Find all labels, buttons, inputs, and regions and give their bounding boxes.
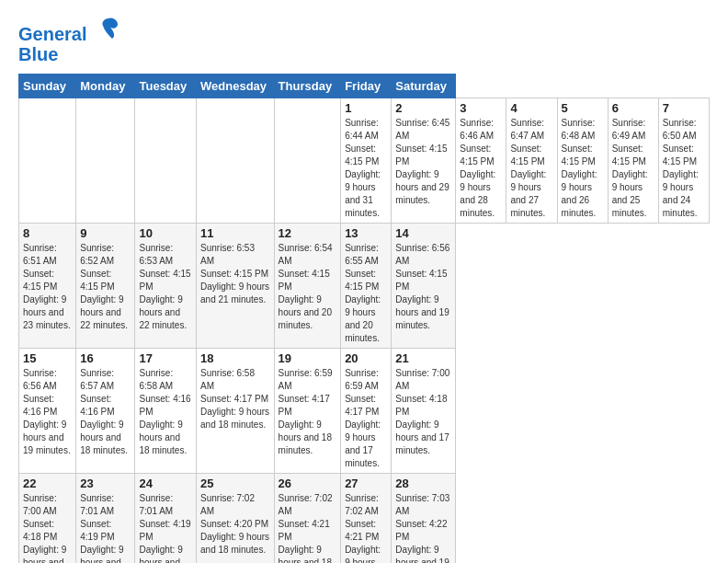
day-number: 25 — [200, 477, 270, 490]
calendar-day-10: 10 Sunrise: 6:53 AMSunset: 4:15 PMDaylig… — [135, 224, 197, 349]
header-day-thursday: Thursday — [274, 75, 341, 98]
calendar-week-4: 22 Sunrise: 7:00 AMSunset: 4:18 PMDaylig… — [19, 474, 710, 564]
calendar-empty-cell — [135, 98, 197, 224]
day-number: 4 — [510, 101, 552, 115]
day-info: Sunrise: 6:49 AMSunset: 4:15 PMDaylight:… — [612, 118, 648, 218]
calendar-day-25: 25 Sunrise: 7:02 AMSunset: 4:20 PMDaylig… — [197, 474, 275, 564]
day-info: Sunrise: 6:55 AMSunset: 4:15 PMDaylight:… — [345, 243, 381, 343]
calendar-day-11: 11 Sunrise: 6:53 AMSunset: 4:15 PMDaylig… — [197, 224, 275, 349]
logo-text: General — [18, 15, 121, 44]
day-info: Sunrise: 7:02 AMSunset: 4:21 PMDaylight:… — [279, 493, 333, 563]
day-info: Sunrise: 6:56 AMSunset: 4:16 PMDaylight:… — [23, 368, 71, 455]
day-info: Sunrise: 6:56 AMSunset: 4:15 PMDaylight:… — [395, 243, 449, 330]
day-info: Sunrise: 6:47 AMSunset: 4:15 PMDaylight:… — [510, 118, 546, 218]
calendar-empty-cell — [19, 98, 76, 224]
day-info: Sunrise: 6:48 AMSunset: 4:15 PMDaylight:… — [562, 118, 597, 218]
day-info: Sunrise: 6:59 AMSunset: 4:17 PMDaylight:… — [279, 368, 333, 455]
logo-blue: Blue — [18, 44, 121, 64]
day-number: 24 — [139, 477, 192, 490]
calendar-day-21: 21 Sunrise: 7:00 AMSunset: 4:18 PMDaylig… — [392, 349, 456, 474]
day-number: 19 — [279, 351, 337, 365]
day-info: Sunrise: 6:53 AMSunset: 4:15 PMDaylight:… — [200, 243, 269, 304]
calendar-day-19: 19 Sunrise: 6:59 AMSunset: 4:17 PMDaylig… — [274, 349, 341, 474]
day-number: 14 — [395, 226, 451, 240]
day-number: 28 — [395, 477, 451, 490]
calendar: SundayMondayTuesdayWednesdayThursdayFrid… — [18, 74, 710, 563]
day-info: Sunrise: 7:01 AMSunset: 4:19 PMDaylight:… — [80, 493, 128, 563]
header-day-saturday: Saturday — [392, 75, 456, 98]
page: General Blue SundayMondayTuesdayWednesda… — [0, 0, 728, 563]
day-info: Sunrise: 6:58 AMSunset: 4:16 PMDaylight:… — [139, 368, 190, 455]
day-number: 20 — [345, 351, 387, 365]
day-info: Sunrise: 6:51 AMSunset: 4:15 PMDaylight:… — [23, 243, 71, 330]
day-number: 18 — [200, 351, 270, 365]
day-info: Sunrise: 6:46 AMSunset: 4:15 PMDaylight:… — [460, 118, 495, 218]
calendar-day-23: 23 Sunrise: 7:01 AMSunset: 4:19 PMDaylig… — [76, 474, 135, 564]
calendar-day-17: 17 Sunrise: 6:58 AMSunset: 4:16 PMDaylig… — [135, 349, 197, 474]
calendar-empty-cell — [76, 98, 135, 224]
day-info: Sunrise: 6:53 AMSunset: 4:15 PMDaylight:… — [139, 243, 190, 330]
header-day-friday: Friday — [341, 75, 392, 98]
day-number: 11 — [200, 226, 270, 240]
day-info: Sunrise: 6:44 AMSunset: 4:15 PMDaylight:… — [345, 118, 381, 218]
day-info: Sunrise: 6:57 AMSunset: 4:16 PMDaylight:… — [80, 368, 128, 455]
day-number: 21 — [395, 351, 451, 365]
header-day-tuesday: Tuesday — [135, 75, 197, 98]
day-number: 3 — [460, 101, 502, 115]
day-info: Sunrise: 7:03 AMSunset: 4:22 PMDaylight:… — [395, 493, 449, 563]
header-day-wednesday: Wednesday — [197, 75, 275, 98]
day-number: 17 — [139, 351, 192, 365]
header: General Blue — [18, 15, 710, 64]
day-number: 15 — [23, 351, 72, 365]
calendar-day-4: 4 Sunrise: 6:47 AMSunset: 4:15 PMDayligh… — [506, 98, 557, 224]
calendar-day-16: 16 Sunrise: 6:57 AMSunset: 4:16 PMDaylig… — [76, 349, 135, 474]
header-day-monday: Monday — [76, 75, 135, 98]
calendar-day-22: 22 Sunrise: 7:00 AMSunset: 4:18 PMDaylig… — [19, 474, 76, 564]
calendar-day-26: 26 Sunrise: 7:02 AMSunset: 4:21 PMDaylig… — [274, 474, 341, 564]
day-info: Sunrise: 7:02 AMSunset: 4:21 PMDaylight:… — [345, 493, 381, 563]
calendar-day-5: 5 Sunrise: 6:48 AMSunset: 4:15 PMDayligh… — [557, 98, 608, 224]
day-number: 12 — [279, 226, 337, 240]
day-info: Sunrise: 6:45 AMSunset: 4:15 PMDaylight:… — [395, 118, 449, 205]
calendar-day-8: 8 Sunrise: 6:51 AMSunset: 4:15 PMDayligh… — [19, 224, 76, 349]
calendar-day-13: 13 Sunrise: 6:55 AMSunset: 4:15 PMDaylig… — [341, 224, 392, 349]
calendar-day-6: 6 Sunrise: 6:49 AMSunset: 4:15 PMDayligh… — [608, 98, 658, 224]
calendar-empty-cell — [274, 98, 341, 224]
day-number: 27 — [345, 477, 387, 490]
calendar-day-27: 27 Sunrise: 7:02 AMSunset: 4:21 PMDaylig… — [341, 474, 392, 564]
day-info: Sunrise: 7:02 AMSunset: 4:20 PMDaylight:… — [200, 493, 269, 555]
calendar-day-3: 3 Sunrise: 6:46 AMSunset: 4:15 PMDayligh… — [456, 98, 506, 224]
calendar-day-15: 15 Sunrise: 6:56 AMSunset: 4:16 PMDaylig… — [19, 349, 76, 474]
day-number: 6 — [612, 101, 654, 115]
day-number: 16 — [80, 351, 131, 365]
logo: General Blue — [18, 15, 121, 64]
day-info: Sunrise: 6:50 AMSunset: 4:15 PMDaylight:… — [663, 118, 699, 218]
day-info: Sunrise: 7:00 AMSunset: 4:18 PMDaylight:… — [395, 368, 449, 455]
day-number: 1 — [345, 101, 387, 115]
day-info: Sunrise: 7:00 AMSunset: 4:18 PMDaylight:… — [23, 493, 71, 563]
day-number: 7 — [663, 101, 705, 115]
day-number: 13 — [345, 226, 387, 240]
calendar-day-7: 7 Sunrise: 6:50 AMSunset: 4:15 PMDayligh… — [658, 98, 709, 224]
header-day-sunday: Sunday — [19, 75, 76, 98]
calendar-header-row: SundayMondayTuesdayWednesdayThursdayFrid… — [19, 75, 710, 98]
calendar-week-1: 1 Sunrise: 6:44 AMSunset: 4:15 PMDayligh… — [19, 98, 710, 224]
calendar-day-20: 20 Sunrise: 6:59 AMSunset: 4:17 PMDaylig… — [341, 349, 392, 474]
calendar-day-24: 24 Sunrise: 7:01 AMSunset: 4:19 PMDaylig… — [135, 474, 197, 564]
day-number: 10 — [139, 226, 192, 240]
calendar-day-28: 28 Sunrise: 7:03 AMSunset: 4:22 PMDaylig… — [392, 474, 456, 564]
day-number: 5 — [562, 101, 604, 115]
logo-bird-icon — [96, 15, 121, 40]
calendar-day-12: 12 Sunrise: 6:54 AMSunset: 4:15 PMDaylig… — [274, 224, 341, 349]
day-info: Sunrise: 6:54 AMSunset: 4:15 PMDaylight:… — [279, 243, 333, 330]
day-number: 26 — [279, 477, 337, 490]
day-info: Sunrise: 6:52 AMSunset: 4:15 PMDaylight:… — [80, 243, 128, 330]
logo-general: General — [18, 24, 86, 44]
calendar-day-2: 2 Sunrise: 6:45 AMSunset: 4:15 PMDayligh… — [392, 98, 456, 224]
day-info: Sunrise: 7:01 AMSunset: 4:19 PMDaylight:… — [139, 493, 190, 563]
day-number: 9 — [80, 226, 131, 240]
calendar-day-1: 1 Sunrise: 6:44 AMSunset: 4:15 PMDayligh… — [341, 98, 392, 224]
calendar-day-18: 18 Sunrise: 6:58 AMSunset: 4:17 PMDaylig… — [197, 349, 275, 474]
day-number: 22 — [23, 477, 72, 490]
calendar-empty-cell — [197, 98, 275, 224]
